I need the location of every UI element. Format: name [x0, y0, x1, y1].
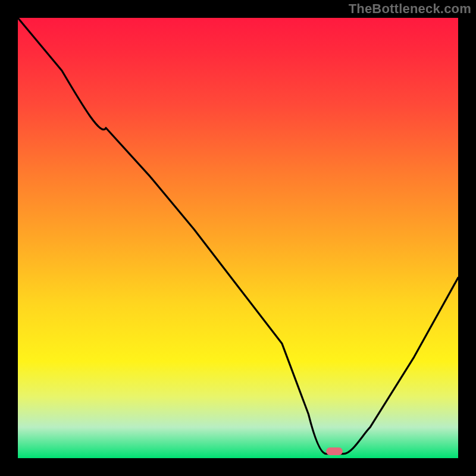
bottleneck-curve [18, 18, 458, 458]
chart-frame: TheBottleneck.com [0, 0, 476, 476]
plot-area [18, 18, 458, 458]
watermark-text: TheBottleneck.com [349, 1, 471, 17]
optimal-marker [326, 447, 343, 455]
